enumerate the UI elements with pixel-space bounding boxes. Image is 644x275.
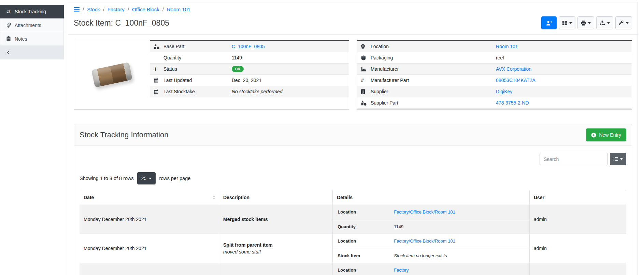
sitemap-icon — [600, 20, 605, 26]
info-row-packaging: Packaging reel — [357, 52, 632, 64]
info-row-last-updated: Last Updated Dec. 20, 2021 — [150, 75, 349, 86]
stock-tracking-card: Stock Tracking Information New Entry — [74, 124, 632, 275]
user-cell: admin — [529, 205, 626, 234]
user-admin-icon — [546, 20, 552, 26]
chevron-down-icon — [620, 158, 623, 160]
details-cell: Location Factory/Office Block/Room 101 Q… — [333, 205, 530, 234]
sidebar-collapse-button[interactable] — [0, 46, 64, 59]
breadcrumb: / Stock / Factory / Office Block / Room … — [68, 2, 638, 14]
grid-icon — [562, 20, 567, 26]
column-header-user: User — [529, 190, 626, 205]
chevron-down-icon — [149, 178, 152, 179]
chevron-down-icon — [626, 22, 629, 24]
breadcrumb-link-room-101[interactable]: Room 101 — [167, 6, 190, 12]
detail-line: Location Factory — [333, 263, 529, 275]
chevron-down-icon — [607, 22, 610, 24]
sidebar-item-attachments[interactable]: Attachments — [0, 18, 64, 32]
industry-icon — [361, 67, 371, 71]
info-row-location: Location Room 101 — [357, 41, 632, 52]
breadcrumb-link-office-block[interactable]: Office Block — [132, 6, 159, 12]
chevron-down-icon — [588, 22, 591, 24]
manufacturer-link[interactable]: AVX Corporation — [496, 66, 531, 72]
detail-line: Stock Item Stock item no longer exists — [333, 248, 529, 263]
page-size-dropdown[interactable]: 25 — [137, 172, 156, 184]
calendar-icon — [154, 89, 163, 94]
table-controls — [80, 153, 626, 165]
sidebar-item-stock-tracking[interactable]: ↺ Stock Tracking — [0, 5, 64, 18]
columns-dropdown-button[interactable] — [610, 153, 626, 165]
info-row-quantity: Quantity 1149 — [150, 52, 349, 64]
history-icon: ↺ — [5, 9, 11, 15]
detail-line: Quantity 1149 — [333, 219, 529, 234]
info-row-last-stocktake: Last Stocktake No stocktake performed — [150, 86, 349, 97]
stock-actions-button[interactable] — [596, 16, 613, 29]
new-entry-button[interactable]: New Entry — [586, 128, 626, 141]
info-row-manufacturer-part: # Manufacturer Part 08053C104KAT2A — [357, 75, 632, 86]
table-row: Monday December 20th 2021 Split from par… — [80, 263, 626, 275]
pagination-info: Showing 1 to 8 of 8 rows 25 rows per pag… — [80, 172, 626, 184]
location-link[interactable]: Room 101 — [496, 44, 518, 49]
detail-line: Location Factory/Office Block/Room 101 — [333, 234, 529, 248]
user-cell: admin — [529, 263, 626, 275]
date-cell: Monday December 20th 2021 — [80, 205, 219, 234]
sidebar-item-label: Notes — [15, 36, 27, 42]
sidebar-item-label: Attachments — [15, 23, 41, 28]
column-header-description: Description — [219, 190, 333, 205]
table-row: Monday December 20th 2021 Merged stock i… — [80, 205, 626, 234]
edit-actions-button[interactable] — [615, 16, 632, 29]
status-badge: OK — [232, 66, 244, 72]
manufacturer-part-link[interactable]: 08053C104KAT2A — [496, 78, 535, 83]
content-card: / Stock / Factory / Office Block / Room … — [68, 2, 638, 275]
details-cell: Location Factory/Office Block/Room 101 S… — [333, 234, 530, 263]
section-title: Stock Tracking Information — [80, 130, 168, 139]
stock-item-panel-right: Location Room 101 Packaging reel — [357, 40, 632, 110]
location-link[interactable]: Factory/Office Block/Room 101 — [394, 238, 455, 244]
rows-per-page-label: rows per page — [159, 176, 190, 181]
info-icon: i — [154, 66, 163, 72]
location-link[interactable]: Factory/Office Block/Room 101 — [394, 209, 455, 215]
stock-item-panel-left: Base Part C_100nF_0805 Quantity 1149 i S… — [74, 40, 349, 110]
building-icon — [361, 89, 371, 94]
base-part-link[interactable]: C_100nF_0805 — [232, 44, 265, 49]
date-cell: Monday December 20th 2021 — [80, 263, 219, 275]
stock-tracking-header: Stock Tracking Information New Entry — [74, 124, 632, 146]
paperclip-icon — [5, 23, 11, 28]
sidebar-item-label: Stock Tracking — [15, 9, 46, 14]
page-title: Stock Item: C_100nF_0805 — [74, 18, 169, 28]
supplier-info-table: Location Room 101 Packaging reel — [357, 40, 632, 109]
location-marker-icon — [361, 44, 371, 49]
info-row-base-part: Base Part C_100nF_0805 — [150, 41, 349, 52]
shapes-icon — [361, 100, 371, 106]
supplier-part-link[interactable]: 478-3755-2-ND — [496, 100, 529, 106]
breadcrumb-link-stock[interactable]: Stock — [87, 6, 100, 12]
note-icon — [5, 36, 11, 41]
list-icon — [613, 157, 618, 161]
printer-icon — [581, 20, 586, 26]
info-row-supplier: Supplier DigiKey — [357, 86, 632, 97]
table-header-row: Date Description Details — [80, 190, 626, 205]
column-header-date[interactable]: Date — [80, 190, 219, 205]
admin-user-button[interactable] — [541, 16, 557, 29]
details-cell: Location Factory Stock Item Stock item n… — [333, 263, 530, 275]
menu-icon[interactable] — [74, 7, 80, 12]
info-row-manufacturer: Manufacturer AVX Corporation — [357, 64, 632, 75]
info-row-supplier-part: Supplier Part 478-3755-2-ND — [357, 97, 632, 109]
location-link[interactable]: Factory — [394, 267, 409, 273]
breadcrumb-link-factory[interactable]: Factory — [108, 6, 125, 12]
capacitor-image — [91, 62, 132, 87]
tools-icon — [619, 20, 624, 26]
barcode-actions-button[interactable] — [559, 16, 575, 29]
sidebar-item-notes[interactable]: Notes — [0, 32, 64, 46]
search-input[interactable] — [540, 153, 608, 165]
part-image[interactable] — [74, 40, 150, 109]
user-cell: admin — [529, 234, 626, 263]
app-root: ↺ Stock Tracking Attachments Notes — [0, 0, 644, 275]
supplier-link[interactable]: DigiKey — [496, 89, 512, 94]
shapes-icon — [154, 44, 163, 49]
sort-icon — [213, 195, 215, 200]
detail-line: Location Factory/Office Block/Room 101 — [333, 205, 529, 219]
title-row: Stock Item: C_100nF_0805 — [68, 14, 638, 34]
stock-tracking-body: Showing 1 to 8 of 8 rows 25 rows per pag… — [74, 146, 632, 275]
hashtag-icon: # — [361, 78, 371, 83]
print-actions-button[interactable] — [577, 16, 594, 29]
